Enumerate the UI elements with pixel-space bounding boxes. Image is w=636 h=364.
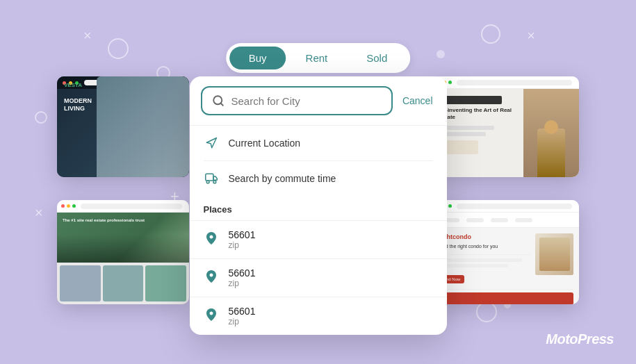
- listing-thumb-2: [103, 265, 144, 301]
- deco-cross: ×: [527, 28, 535, 44]
- svg-line-1: [220, 103, 222, 105]
- card-logo: VESTA: [64, 82, 82, 88]
- card-br-logo: rightcondo: [439, 233, 531, 240]
- current-location-label: Current Location: [229, 138, 301, 149]
- deco-cross: ×: [83, 28, 92, 44]
- motopress-branding: MotoPress: [546, 331, 614, 347]
- property-type-tabs: Buy Rent Sold: [226, 43, 411, 73]
- commute-time-label: Search by commute time: [229, 173, 336, 184]
- cancel-button[interactable]: Cancel: [400, 95, 436, 106]
- search-input-wrapper[interactable]: [201, 86, 393, 115]
- deco-dot: [437, 50, 445, 58]
- listing-thumb-3: [145, 265, 186, 301]
- deco-cross: ×: [35, 205, 43, 221]
- commute-time-item[interactable]: Search by commute time: [190, 161, 447, 196]
- current-location-item[interactable]: Current Location: [190, 126, 447, 160]
- pin-icon-3: [204, 308, 219, 324]
- svg-point-4: [206, 181, 209, 183]
- listing-thumb-1: [60, 265, 101, 301]
- place-name-2: 56601: [229, 267, 256, 279]
- place-info-1: 56601 zip: [229, 229, 256, 250]
- place-item-3[interactable]: 56601 zip: [190, 297, 447, 335]
- search-input[interactable]: [231, 95, 382, 107]
- place-name-3: 56601: [229, 306, 256, 317]
- place-info-3: 56601 zip: [229, 306, 256, 326]
- location-arrow-icon: [204, 135, 219, 151]
- tab-sold[interactable]: Sold: [347, 47, 407, 69]
- place-type-3: zip: [229, 317, 256, 326]
- card-br-tagline: Find the right condo for you: [439, 243, 531, 250]
- deco-circle: [35, 111, 47, 124]
- deco-circle: [476, 301, 497, 322]
- card-br-image: [535, 233, 573, 275]
- pin-icon-2: [204, 270, 219, 286]
- car-icon: [204, 171, 219, 186]
- card-modern-living: VESTA MODERNLIVING: [57, 76, 189, 177]
- place-item-1[interactable]: 56601 zip: [190, 220, 447, 258]
- search-bar-row: Cancel: [190, 76, 447, 126]
- svg-marker-2: [206, 138, 216, 148]
- card-title: MODERNLIVING: [64, 97, 92, 113]
- deco-circle: [108, 38, 129, 59]
- card-bl-tag: The #1 site real estate professionals tr…: [63, 218, 145, 224]
- place-info-2: 56601 zip: [229, 267, 256, 288]
- places-section: Places: [190, 196, 447, 220]
- svg-rect-3: [205, 174, 213, 181]
- card-real-estate: Re-inventing the Art of Real Estate: [433, 76, 579, 177]
- place-type-1: zip: [229, 240, 256, 250]
- places-label: Places: [204, 204, 433, 215]
- search-icon: [212, 94, 225, 107]
- place-item-2[interactable]: 56601 zip: [190, 258, 447, 297]
- pin-icon-1: [204, 232, 219, 247]
- place-name-1: 56601: [229, 229, 256, 240]
- card-rightcondo: rightcondo Find the right condo for you …: [433, 200, 579, 304]
- svg-point-5: [213, 181, 216, 183]
- place-type-2: zip: [229, 279, 256, 288]
- card-tr-person-image: [523, 89, 579, 177]
- card-professionals: The #1 site real estate professionals tr…: [57, 200, 189, 304]
- tab-rent[interactable]: Rent: [286, 47, 348, 69]
- deco-circle: [481, 24, 500, 44]
- card-tr-title: Re-inventing the Art of Real Estate: [439, 107, 518, 122]
- search-modal: Cancel Current Location Search by commut…: [190, 76, 447, 335]
- tab-buy[interactable]: Buy: [229, 47, 286, 69]
